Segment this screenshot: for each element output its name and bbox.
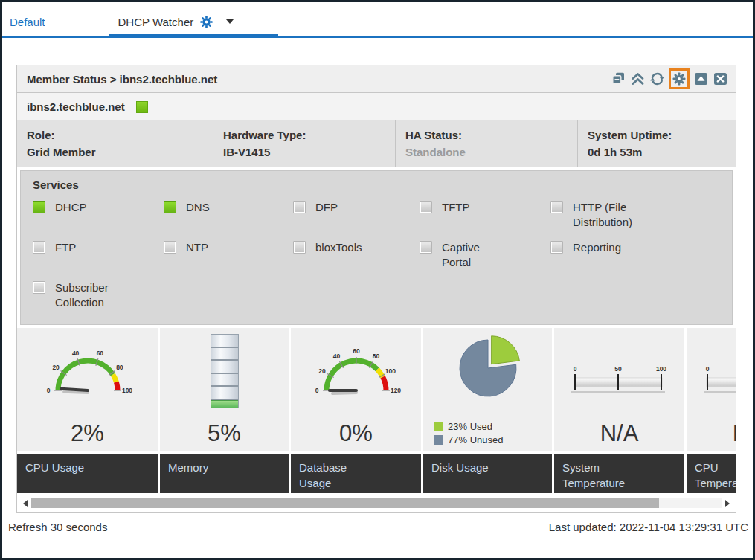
service-label: DHCP — [55, 200, 125, 215]
tab-dhcp-watcher[interactable]: DHCP Watcher — [114, 7, 245, 36]
widget-label-memory: Memory — [160, 454, 289, 493]
service-captive-portal: Captive Portal — [420, 240, 550, 269]
linear-gauge-chart: 050100 — [696, 365, 736, 396]
service-status-square — [33, 201, 45, 213]
tank-segment — [211, 374, 238, 387]
widget-label-database-usage: Database Usage — [291, 454, 421, 493]
refresh-icon[interactable] — [649, 71, 665, 86]
service-label: Reporting — [573, 240, 643, 255]
service-bloxtools: bloxTools — [293, 240, 420, 269]
info-cell-role: Role: Grid Member — [17, 120, 213, 167]
service-label: bloxTools — [315, 240, 385, 255]
info-value: IB-V1415 — [223, 144, 385, 161]
svg-text:0: 0 — [46, 387, 50, 394]
info-value: 0d 1h 53m — [588, 144, 726, 161]
svg-text:40: 40 — [71, 350, 79, 357]
scrollbar-track[interactable] — [31, 498, 722, 508]
service-dhcp: DHCP — [33, 200, 164, 229]
legend-color-square — [434, 422, 443, 431]
gauge-value: N/A — [600, 420, 639, 447]
service-status-square — [164, 201, 176, 213]
gauge-value: N/A — [733, 420, 736, 447]
svg-text:50: 50 — [614, 365, 622, 373]
svg-text:0: 0 — [705, 365, 709, 373]
collapse-all-icon[interactable] — [630, 71, 646, 86]
service-status-square — [420, 201, 432, 213]
svg-text:100: 100 — [655, 365, 666, 373]
svg-text:0: 0 — [573, 365, 576, 373]
service-label: Captive Portal — [442, 240, 512, 269]
dashboard-page: Default DHCP Watcher — [0, 0, 755, 560]
disk-usage-pie-chart — [449, 331, 527, 405]
widget-toolbar — [611, 68, 728, 89]
pie-legend-entry: 23% Used — [434, 421, 503, 432]
widget-header: Member Status > ibns2.techblue.net — [17, 65, 736, 93]
info-cell-system-uptime: System Uptime: 0d 1h 53m — [577, 120, 736, 167]
service-ntp: NTP — [164, 240, 293, 269]
gauge-value: 2% — [71, 420, 104, 447]
tank-segment — [211, 348, 238, 361]
info-value: Grid Member — [27, 144, 203, 161]
widget-title: Member Status > ibns2.techblue.net — [27, 73, 217, 86]
service-status-square — [33, 241, 45, 254]
service-label: NTP — [186, 240, 256, 255]
service-reporting: Reporting — [550, 240, 720, 269]
member-status-widget: Member Status > ibns2.techblue.net — [16, 65, 736, 513]
svg-text:80: 80 — [372, 353, 379, 360]
widget-cpu-temperature: 050100N/A — [687, 328, 736, 451]
tab-dropdown-caret-icon[interactable] — [226, 19, 234, 24]
svg-text:100: 100 — [121, 387, 132, 394]
gauge-value: 0% — [339, 420, 373, 447]
legend-color-square — [434, 435, 443, 445]
tank-segment — [211, 361, 238, 374]
tank-fill-level — [211, 400, 238, 408]
service-tftp: TFTP — [420, 200, 550, 229]
widget-label-disk-usage: Disk Usage — [423, 454, 552, 493]
info-value: Standalone — [405, 144, 568, 161]
info-label: Hardware Type: — [223, 127, 385, 144]
widget-disk-usage: 23% Used 77% Unused — [423, 328, 552, 451]
dashboard-tabbar: Default DHCP Watcher — [2, 7, 753, 38]
horizontal-scrollbar[interactable] — [19, 498, 733, 509]
tab-default[interactable]: Default — [10, 16, 45, 28]
scrollbar-thumb[interactable] — [31, 498, 659, 508]
last-updated-text: Last updated: 2022-11-04 13:29:31 UTC — [549, 521, 748, 533]
service-status-square — [164, 241, 176, 254]
svg-text:120: 120 — [390, 387, 400, 394]
gauges-row: 0204060801002%5%0204060801001200% 23% Us… — [17, 328, 736, 451]
service-subscriber-collection: Subscriber Collection — [33, 280, 164, 309]
svg-text:0: 0 — [315, 387, 318, 394]
service-dns: DNS — [164, 200, 293, 229]
services-grid: DHCP DNS DFP TFTP HTTP (File Distributio… — [21, 199, 732, 324]
services-section: Services DHCP DNS DFP TFTP HTTP (File Di… — [20, 170, 733, 325]
member-info-table: Role: Grid Member Hardware Type: IB-V141… — [17, 120, 736, 167]
tab-dhcp-watcher-label: DHCP Watcher — [118, 16, 194, 28]
svg-text:60: 60 — [353, 347, 360, 355]
service-status-square — [420, 241, 432, 254]
svg-text:20: 20 — [318, 367, 326, 375]
duplicate-icon[interactable] — [611, 71, 626, 86]
scroll-left-arrow-icon[interactable] — [23, 500, 28, 507]
collapse-widget-icon[interactable] — [693, 71, 709, 86]
services-title: Services — [21, 171, 732, 199]
service-dfp: DFP — [293, 200, 420, 229]
pie-legend-entry: 77% Unused — [434, 434, 503, 445]
tank-segment — [211, 335, 238, 348]
svg-text:60: 60 — [96, 350, 103, 357]
tab-separator — [219, 15, 219, 28]
member-hostname-link[interactable]: ibns2.techblue.net — [27, 100, 125, 113]
service-status-square — [550, 241, 563, 254]
service-label: Subscriber Collection — [55, 280, 125, 309]
service-status-square — [550, 201, 563, 213]
scroll-right-arrow-icon[interactable] — [725, 500, 730, 507]
tab-gear-icon[interactable] — [199, 15, 213, 29]
memory-tank-chart — [211, 334, 239, 408]
tank-segment — [211, 387, 238, 400]
info-label: HA Status: — [405, 127, 568, 144]
close-widget-icon[interactable] — [713, 71, 728, 86]
service-label: DFP — [315, 200, 385, 215]
widget-label-cpu-usage: CPU Usage — [17, 454, 158, 493]
settings-gear-icon[interactable] — [672, 71, 687, 86]
svg-text:40: 40 — [332, 353, 340, 360]
widget-cpu-usage: 0204060801002% — [17, 328, 158, 451]
